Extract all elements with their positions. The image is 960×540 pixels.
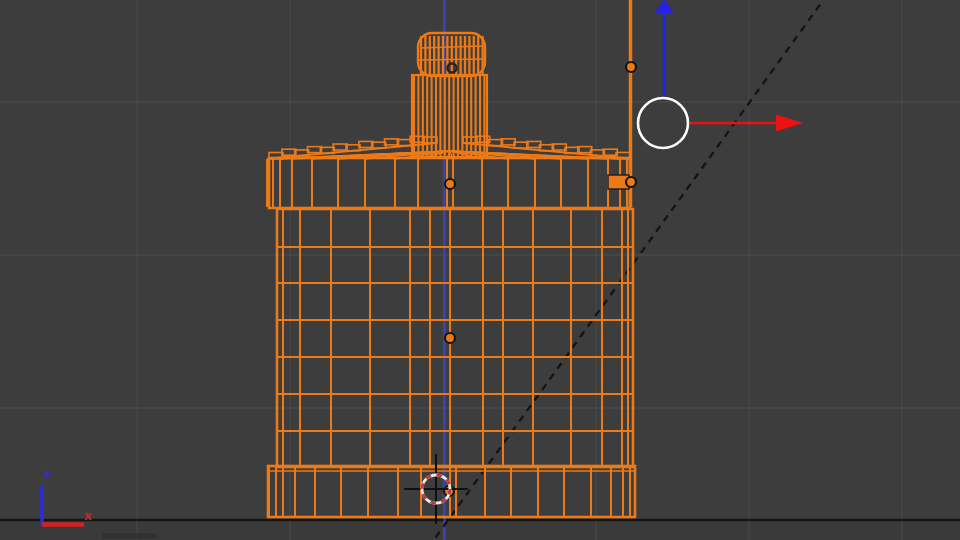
cropped-label-artifact [102, 533, 156, 539]
mini-axis-x-label: x [84, 510, 92, 522]
viewport-canvas [0, 0, 960, 540]
mini-axis-z-label: z [44, 468, 51, 480]
3d-viewport[interactable]: z x [0, 0, 960, 540]
